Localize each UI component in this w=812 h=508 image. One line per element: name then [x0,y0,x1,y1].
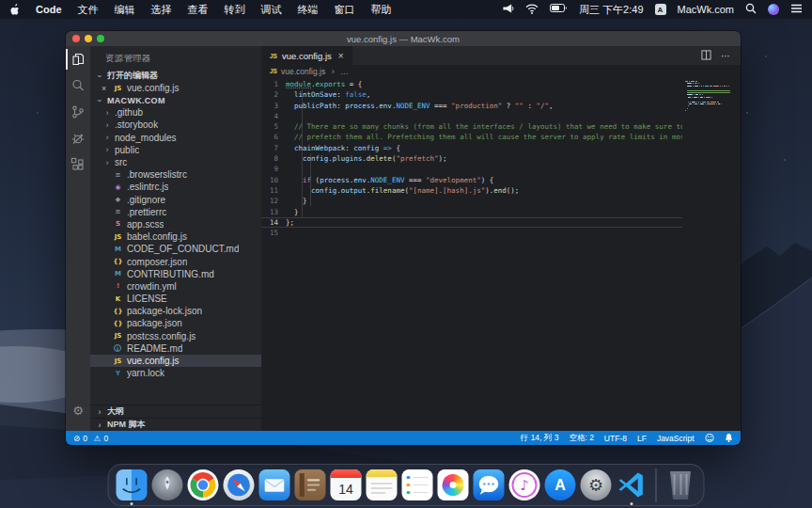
project-folder-section[interactable]: › MACWK.COM [90,94,261,106]
notification-megaphone-icon[interactable] [502,3,514,16]
code-editor[interactable]: 1module.exports = {2 lintOnSave: false,3… [261,77,741,431]
breadcrumb-symbol[interactable]: … [340,67,349,76]
eol-setting[interactable]: LF [637,434,647,443]
file-item-src[interactable]: ›src [90,156,261,168]
dock-system-preferences-icon[interactable]: ⚙ [581,469,612,500]
notification-center-icon[interactable] [790,4,803,15]
minimap[interactable] [685,81,736,115]
file-item-license[interactable]: KLICENSE [90,293,261,305]
feedback-smiley-icon[interactable]: ☺ [705,433,714,443]
file-item--github[interactable]: ›.github [90,106,261,119]
tab-close-icon[interactable]: × [338,51,344,61]
file-item--prettierrc[interactable]: ≡.prettierrc [90,206,261,218]
dock-notes-icon[interactable] [367,469,398,500]
code-line-11[interactable]: 11 config.output.filename("[name].[hash]… [261,185,682,196]
breadcrumb[interactable]: JS vue.config.js › … [261,65,741,77]
code-line-1[interactable]: 1module.exports = { [261,79,682,89]
notifications-bell-icon[interactable] [725,433,733,444]
dock-contacts-icon[interactable] [295,469,326,500]
file-item-crowdin-yml[interactable]: !crowdin.yml [90,280,261,293]
dock-music-icon[interactable]: ♪ [509,469,540,500]
file-item-contributing-md[interactable]: MCONTRIBUTING.md [90,268,261,280]
file-item-public[interactable]: ›public [90,144,261,156]
dock-safari-icon[interactable] [224,469,255,500]
file-item--storybook[interactable]: ›.storybook [90,119,261,131]
menubar-menu-item[interactable]: 终端 [298,3,319,17]
cursor-position[interactable]: 行 14, 列 3 [521,433,559,444]
open-editor-item[interactable]: × JS vue.config.js [90,82,261,94]
wifi-icon[interactable] [525,4,539,16]
file-item--eslintrc-js[interactable]: ◉.eslintrc.js [90,181,261,193]
settings-gear-icon[interactable]: ⚙ [66,397,90,423]
dock-photos-icon[interactable] [438,469,469,500]
dock-mail-icon[interactable] [259,469,290,500]
file-item-yarn-lock[interactable]: Yyarn.lock [90,367,261,379]
extensions-icon[interactable] [66,151,90,178]
menubar-menu-item[interactable]: 窗口 [335,3,355,17]
file-item--browserslistrc[interactable]: ≡.browserslistrc [90,168,261,181]
file-item-composer-json[interactable]: {}composer.json [90,255,261,267]
code-line-3[interactable]: 3 publicPath: process.env.NODE_ENV === "… [261,101,682,111]
tab-vue-config-js[interactable]: JS vue.config.js × [261,46,352,65]
code-line-14[interactable]: 14}; [261,217,682,228]
dock-app-store-icon[interactable]: A [545,469,576,500]
problems-indicator[interactable]: ⊘ 0 ⚠ 0 [73,434,108,443]
menubar-menu-item[interactable]: 编辑 [115,3,135,17]
battery-icon[interactable] [550,4,568,15]
file-item-package-lock-json[interactable]: {}package-lock.json [90,305,261,317]
menubar-menu-item[interactable]: 调试 [261,3,282,17]
dock-chrome-icon[interactable] [188,469,219,500]
split-editor-icon[interactable] [701,47,711,64]
code-line-6[interactable]: 6 // prefetch them all. Prefetching them… [261,132,682,142]
more-actions-icon[interactable]: ⋯ [721,51,731,61]
menubar-menu-item[interactable]: 转到 [225,3,245,17]
file-item-package-json[interactable]: {}package.json [90,317,261,329]
dock-reminders-icon[interactable] [402,469,433,500]
file-item-vue-config-js[interactable]: JSvue.config.js [90,355,261,367]
code-line-9[interactable]: 9 [261,164,682,174]
search-icon[interactable] [66,72,90,99]
menubar-app-name[interactable]: Code [36,4,62,15]
file-item--gitignore[interactable]: ◆.gitignore [90,194,261,206]
file-item-babel-config-js[interactable]: JSbabel.config.js [90,230,261,243]
dock-vscode-icon[interactable] [617,469,648,500]
explorer-icon[interactable] [66,46,90,72]
dock-calendar-icon[interactable]: 14 [331,469,362,500]
menubar-account-label[interactable]: MacWk.com [678,4,735,15]
spotlight-search-icon[interactable] [745,3,757,16]
code-line-15[interactable]: 15 [261,228,682,238]
window-title-bar[interactable]: vue.config.js — MacWk.com [66,31,741,46]
code-line-12[interactable]: 12 } [261,196,682,206]
menubar-menu-item[interactable]: 查看 [188,3,209,17]
dock-launchpad-icon[interactable] [152,469,183,500]
npm-scripts-section[interactable]: › NPM 脚本 [90,418,261,431]
file-item-node-modules[interactable]: ›node_modules [90,132,261,144]
code-line-7[interactable]: 7 chainWebpack: config => { [261,143,682,153]
breadcrumb-file[interactable]: vue.config.js [281,67,325,76]
file-item-readme-md[interactable]: iREADME.md [90,342,261,355]
encoding-setting[interactable]: UTF-8 [604,434,627,443]
menubar-menu-item[interactable]: 帮助 [371,3,392,17]
code-line-2[interactable]: 2 lintOnSave: false, [261,89,682,100]
menubar-menu-item[interactable]: 文件 [78,3,99,17]
code-line-8[interactable]: 8 config.plugins.delete("prefetch"); [261,153,682,164]
dock-trash-icon[interactable] [665,469,696,500]
indentation-setting[interactable]: 空格: 2 [569,433,593,444]
file-item-code-of-conduct-md[interactable]: MCODE_OF_CONDUCT.md [90,243,261,255]
menubar-menu-item[interactable]: 选择 [151,3,172,17]
file-item-postcss-config-js[interactable]: JSpostcss.config.js [90,330,261,342]
code-line-4[interactable]: 4 [261,111,682,121]
source-control-icon[interactable] [66,99,90,125]
siri-icon[interactable] [768,4,779,15]
debug-icon[interactable] [66,125,90,151]
code-line-10[interactable]: 10 if (process.env.NODE_ENV === "develop… [261,175,682,185]
open-editors-section[interactable]: › 打开的编辑器 [90,70,261,82]
outline-section[interactable]: › 大纲 [90,405,261,418]
language-mode[interactable]: JavaScript [657,434,695,443]
close-icon[interactable]: × [102,84,109,93]
dock-finder-icon[interactable] [117,469,148,500]
code-line-13[interactable]: 13 } [261,207,682,217]
apple-menu-icon[interactable] [9,3,20,17]
code-line-5[interactable]: 5 // There are so many chunks (from all … [261,121,682,132]
file-item-app-scss[interactable]: Sapp.scss [90,218,261,230]
